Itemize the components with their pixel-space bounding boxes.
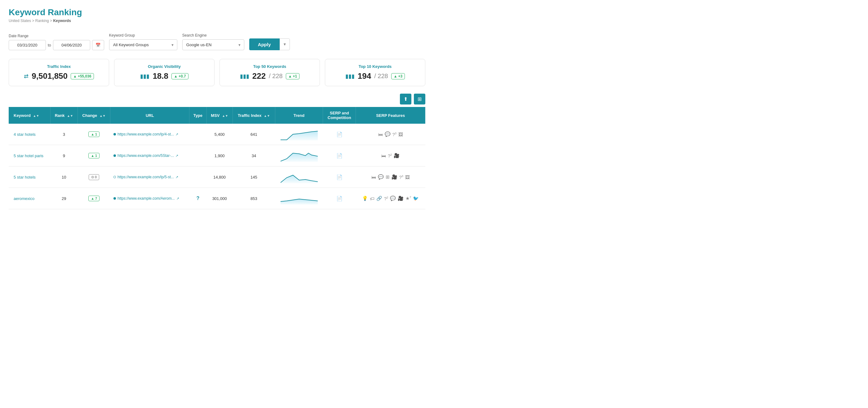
chat-icon: 💬 [378,174,384,180]
rank-cell: 29 [50,188,78,209]
col-traffic-index[interactable]: Traffic Index ▲▼ [232,107,275,124]
apply-dropdown-icon: ▼ [283,42,287,46]
external-link-icon[interactable]: ↗ [176,132,178,136]
question-icon: ?2 [384,196,388,201]
msv-cell: 301,000 [207,188,232,209]
bed-icon: 🛏 [381,153,386,158]
grid-icon: ⊞ [385,174,390,180]
organic-visibility-badge: ▲ +0.7 [172,73,188,80]
columns-icon: ⊞ [417,96,422,102]
top50-badge: ▲ +1 [286,73,300,80]
apply-button[interactable]: Apply [249,38,280,50]
keyword-link[interactable]: 5 star hotel paris [13,154,43,158]
col-rank[interactable]: Rank ▲▼ [50,107,78,124]
traffic-sort-icon: ▲▼ [264,114,270,118]
question-icon: ?3 [399,175,403,180]
video-icon: 🎥 [398,196,404,201]
top10-slash: / 228 [374,72,388,80]
type-cell: ? [189,188,207,209]
bed-icon: 🛏 [378,132,383,137]
export-icon: ⬆ [404,96,408,102]
question-icon: ?2 [388,153,392,158]
top50-chart-icon: ▮▮▮ [240,73,249,80]
col-serp-competition[interactable]: SERP andCompetition [323,107,355,124]
date-range-label: Date Range [9,34,104,38]
video-icon: 🎥 [392,174,397,180]
keyword-link[interactable]: 4 star hotels [13,132,36,137]
keyword-link[interactable]: aeromexico [13,196,34,201]
top50-value: 222 [252,71,266,81]
traffic-index-value: 9,501,850 [32,71,68,81]
external-link-icon[interactable]: ↗ [176,175,178,179]
change-cell: ▲ 1 [78,145,111,166]
link-icon: 🔗 [376,196,382,201]
msv-sort-icon: ▲▼ [222,114,228,118]
col-keyword[interactable]: Keyword ▲▼ [9,107,50,124]
metric-top50: Top 50 Keywords ▮▮▮ 222 / 228 ▲ +1 [219,59,320,86]
col-msv[interactable]: MSV ▲▼ [207,107,232,124]
col-url[interactable]: URL [111,107,189,124]
apply-dropdown-button[interactable]: ▼ [280,38,290,50]
search-engine-select[interactable]: Google us-EN [182,39,244,50]
top10-badge: ▲ +3 [391,73,405,80]
date-to-input[interactable] [53,40,90,50]
msv-cell: 5,400 [207,124,232,145]
url-dot [114,197,116,200]
serp-competition-cell[interactable]: 📄 [323,124,355,145]
breadcrumb: United States > Ranking > Keywords [9,19,425,23]
msv-cell: 1,900 [207,145,232,166]
external-link-icon[interactable]: ↗ [176,196,179,200]
serp-doc-icon: 📄 [336,175,343,180]
type-cell [189,145,207,166]
calendar-button[interactable]: 📅 [92,40,104,50]
star-icon: ★7 [405,196,411,201]
chat-icon: 💬 [390,196,396,201]
organic-visibility-value: 18.8 [153,71,168,81]
change-cell: ▲ 7 [78,188,111,209]
table-row: aeromexico 29 ▲ 7 https://www.example.co… [9,188,425,209]
keyword-group-label: Keyword Group [109,33,177,37]
search-engine-label: Search Engine [182,33,244,37]
question-icon: ?3 [393,132,397,137]
metric-top10: Top 10 Keywords ▮▮▮ 194 / 228 ▲ +3 [325,59,425,86]
columns-button[interactable]: ⊞ [414,94,425,104]
top10-chart-icon: ▮▮▮ [345,73,354,80]
serp-competition-cell[interactable]: 📄 [323,166,355,188]
table-row: 5 star hotels 10 ⊙ 0 https://www.example… [9,166,425,188]
traffic-index-cell: 641 [232,124,275,145]
trend-cell [275,188,323,209]
change-cell: ▲ 1 [78,124,111,145]
keyword-link[interactable]: 5 star hotels [13,175,36,180]
chat-icon: 💬 [385,131,391,137]
col-type[interactable]: Type [189,107,207,124]
url-text: https://www.example.com/5Star-... [118,154,174,158]
breadcrumb-ranking: Ranking [35,19,49,23]
keyword-group-select[interactable]: All Keyword Groups [109,39,177,50]
trend-cell [275,124,323,145]
col-trend[interactable]: Trend [275,107,323,124]
serp-competition-cell[interactable]: 📄 [323,188,355,209]
rank-cell: 10 [50,166,78,188]
breadcrumb-keywords: Keywords [53,19,71,23]
tag-icon: 🏷 [370,196,374,201]
table-row: 4 star hotels 3 ▲ 1 https://www.example.… [9,124,425,145]
date-from-input[interactable] [9,40,46,50]
export-button[interactable]: ⬆ [400,94,411,104]
traffic-index-icon: ⇄ [24,73,29,80]
col-serp-features[interactable]: SERP Features [356,107,425,124]
serp-doc-icon: 📄 [336,153,343,158]
serp-doc-icon: 📄 [336,196,343,201]
external-link-icon[interactable]: ↗ [176,154,178,158]
type-cell [189,124,207,145]
msv-cell: 14,800 [207,166,232,188]
url-text: https://www.example.com/Aerom... [118,196,175,200]
bed-icon: 🛏 [371,175,376,180]
serp-competition-cell[interactable]: 📄 [323,145,355,166]
traffic-index-cell: 34 [232,145,275,166]
url-text: https://www.example.com/lp/4-st... [118,132,174,136]
change-sort-icon: ▲▼ [99,114,106,118]
trend-cell [275,166,323,188]
table-row: 5 star hotel paris 9 ▲ 1 https://www.exa… [9,145,425,166]
twitter-icon: 🐦 [413,196,419,201]
col-change[interactable]: Change ▲▼ [78,107,111,124]
